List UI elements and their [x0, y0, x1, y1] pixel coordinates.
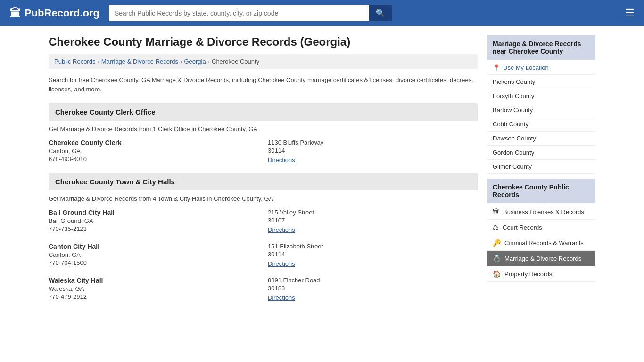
court-records-link[interactable]: Court Records: [503, 224, 542, 231]
sidebar-item-gilmer[interactable]: Gilmer County: [487, 160, 595, 174]
office-zip-waleska: 30183: [268, 285, 478, 292]
office-zip-ball-ground: 30107: [268, 217, 478, 224]
page-title: Cherokee County Marriage & Divorce Recor…: [49, 35, 478, 49]
office-street-canton: 151 Elizabeth Street: [268, 243, 478, 250]
business-records-link[interactable]: Business Licenses & Records: [503, 208, 584, 215]
sidebar-record-business[interactable]: 🏛 Business Licenses & Records: [487, 204, 595, 220]
search-bar: 🔍: [109, 5, 392, 21]
office-info-canton: Canton City Hall Canton, GA 770-704-1500: [49, 243, 258, 267]
sidebar-record-court[interactable]: ⚖ Court Records: [487, 220, 595, 235]
office-entry-waleska: Waleska City Hall Waleska, GA 770-479-29…: [49, 277, 478, 301]
section-desc-clerk: Get Marriage & Divorce Records from 1 Cl…: [49, 125, 478, 132]
breadcrumb-sep-1: ›: [97, 58, 99, 65]
search-input[interactable]: [109, 5, 369, 21]
menu-icon[interactable]: ☰: [625, 7, 635, 19]
sidebar-nearby-header: Marriage & Divorce Records near Cherokee…: [487, 35, 595, 60]
office-row-waleska: Waleska City Hall Waleska, GA 770-479-29…: [49, 277, 478, 301]
location-icon: 📍: [493, 64, 500, 71]
logo-text: PubRecord.org: [25, 7, 99, 19]
directions-link-canton[interactable]: Directions: [268, 260, 295, 267]
office-row-clerk: Cherokee County Clerk Canton, GA 678-493…: [49, 139, 478, 164]
office-phone-clerk: 678-493-6010: [49, 156, 258, 163]
property-icon: 🏠: [493, 270, 501, 278]
breadcrumb-cherokee: Cherokee County: [212, 58, 259, 65]
office-street-clerk: 1130 Bluffs Parkway: [268, 139, 478, 146]
office-city-ball-ground: Ball Ground, GA: [49, 217, 258, 224]
breadcrumb-sep-2: ›: [180, 58, 182, 65]
office-street-waleska: 8891 Fincher Road: [268, 277, 478, 284]
site-logo[interactable]: 🏛 PubRecord.org: [9, 7, 99, 20]
office-phone-ball-ground: 770-735-2123: [49, 225, 258, 232]
sidebar-public-records-header: Cherokee County Public Records: [487, 179, 595, 203]
office-city-waleska: Waleska, GA: [49, 285, 258, 292]
breadcrumb-marriage-divorce[interactable]: Marriage & Divorce Records: [101, 58, 178, 65]
office-phone-waleska: 770-479-2912: [49, 293, 258, 300]
directions-link-waleska[interactable]: Directions: [268, 294, 295, 301]
office-name-ball-ground: Ball Ground City Hall: [49, 209, 258, 216]
section-header-halls: Cherokee County Town & City Halls: [49, 173, 478, 190]
office-street-ball-ground: 215 Valley Street: [268, 209, 478, 216]
sidebar-record-criminal[interactable]: 🔑 Criminal Records & Warrants: [487, 235, 595, 251]
sidebar-records-list: 🏛 Business Licenses & Records ⚖ Court Re…: [487, 204, 595, 282]
marriage-records-link[interactable]: Marriage & Divorce Records: [504, 255, 581, 262]
office-info-ball-ground: Ball Ground City Hall Ball Ground, GA 77…: [49, 209, 258, 233]
sidebar-record-property[interactable]: 🏠 Property Records: [487, 266, 595, 282]
office-address-ball-ground: 215 Valley Street 30107 Directions: [268, 209, 478, 233]
site-header: 🏛 PubRecord.org 🔍 ☰: [0, 0, 644, 26]
office-entry-clerk: Cherokee County Clerk Canton, GA 678-493…: [49, 139, 478, 164]
directions-link-clerk[interactable]: Directions: [268, 156, 295, 164]
office-name-waleska: Waleska City Hall: [49, 277, 258, 284]
court-icon: ⚖: [493, 223, 499, 231]
office-phone-canton: 770-704-1500: [49, 259, 258, 266]
office-address-waleska: 8891 Fincher Road 30183 Directions: [268, 277, 478, 301]
breadcrumb-sep-3: ›: [208, 58, 210, 65]
sidebar-item-bartow[interactable]: Bartow County: [487, 103, 595, 117]
breadcrumb-public-records[interactable]: Public Records: [54, 58, 95, 65]
sidebar-nearby-list: 📍 Use My Location Pickens County Forsyth…: [487, 61, 595, 174]
sidebar-record-marriage[interactable]: 💍 Marriage & Divorce Records: [487, 251, 595, 266]
breadcrumb: Public Records › Marriage & Divorce Reco…: [49, 54, 478, 69]
office-name-clerk: Cherokee County Clerk: [49, 139, 258, 147]
sidebar-item-cobb[interactable]: Cobb County: [487, 117, 595, 132]
sidebar-item-forsyth[interactable]: Forsyth County: [487, 89, 595, 103]
criminal-icon: 🔑: [493, 239, 501, 247]
office-name-canton: Canton City Hall: [49, 243, 258, 250]
business-icon: 🏛: [493, 208, 499, 215]
sidebar-item-gordon[interactable]: Gordon County: [487, 146, 595, 160]
building-icon: 🏛: [9, 7, 21, 20]
office-entry-ball-ground: Ball Ground City Hall Ball Ground, GA 77…: [49, 209, 478, 233]
office-info-clerk: Cherokee County Clerk Canton, GA 678-493…: [49, 139, 258, 164]
section-header-clerk: Cherokee County Clerk Office: [49, 103, 478, 121]
office-city-clerk: Canton, GA: [49, 148, 258, 155]
breadcrumb-georgia[interactable]: Georgia: [184, 58, 206, 65]
sidebar-item-dawson[interactable]: Dawson County: [487, 132, 595, 146]
sidebar-public-records: Cherokee County Public Records 🏛 Busines…: [487, 179, 595, 282]
office-address-clerk: 1130 Bluffs Parkway 30114 Directions: [268, 139, 478, 164]
search-button[interactable]: 🔍: [369, 5, 392, 21]
marriage-icon: 💍: [493, 255, 501, 262]
office-row-ball-ground: Ball Ground City Hall Ball Ground, GA 77…: [49, 209, 478, 233]
content-area: Cherokee County Marriage & Divorce Recor…: [49, 35, 478, 311]
criminal-records-link[interactable]: Criminal Records & Warrants: [504, 239, 584, 247]
section-desc-halls: Get Marriage & Divorce Records from 4 To…: [49, 195, 478, 202]
office-city-canton: Canton, GA: [49, 251, 258, 258]
use-location-link[interactable]: Use My Location: [503, 64, 549, 71]
office-address-canton: 151 Elizabeth Street 30114 Directions: [268, 243, 478, 267]
office-zip-canton: 30114: [268, 251, 478, 258]
office-info-waleska: Waleska City Hall Waleska, GA 770-479-29…: [49, 277, 258, 301]
sidebar-item-pickens[interactable]: Pickens County: [487, 75, 595, 89]
main-container: Cherokee County Marriage & Divorce Recor…: [39, 26, 605, 320]
office-entry-canton: Canton City Hall Canton, GA 770-704-1500…: [49, 243, 478, 267]
office-row-canton: Canton City Hall Canton, GA 770-704-1500…: [49, 243, 478, 267]
property-records-link[interactable]: Property Records: [504, 271, 552, 278]
page-description: Search for free Cherokee County, GA Marr…: [49, 75, 478, 94]
sidebar-use-location[interactable]: 📍 Use My Location: [487, 61, 595, 75]
sidebar: Marriage & Divorce Records near Cherokee…: [487, 35, 595, 311]
search-icon: 🔍: [376, 9, 385, 17]
office-zip-clerk: 30114: [268, 147, 478, 154]
directions-link-ball-ground[interactable]: Directions: [268, 226, 295, 233]
